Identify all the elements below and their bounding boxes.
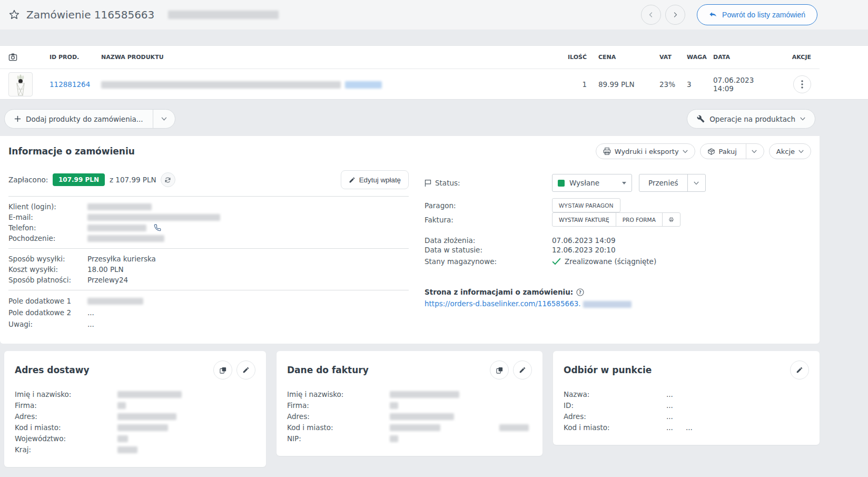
pack-dropdown-button[interactable] <box>746 144 764 159</box>
stock-label: Stany magazynowe: <box>425 257 552 266</box>
pickup-city-value-2: ... <box>686 422 693 433</box>
product-name-redacted <box>101 80 558 89</box>
redacted-delivery-address <box>117 413 176 420</box>
caret-down-icon <box>622 182 626 184</box>
topbar: Zamówienie 116585663 Powrót do listy zam… <box>0 0 868 30</box>
delivery-card-title: Adres dostawy <box>15 365 90 375</box>
actions-button[interactable]: Akcje <box>769 143 811 159</box>
payment-method-value: Przelewy24 <box>87 275 128 285</box>
product-weight: 3 <box>687 80 713 89</box>
client-login-row: Klient (login): <box>8 201 409 212</box>
order-page-link[interactable]: https://orders-d.baselinker.com/11658566… <box>425 299 811 308</box>
shipping-cost-value: 18.00 PLN <box>87 264 124 275</box>
product-id-link[interactable]: 112881264 <box>50 80 90 89</box>
paid-label: Zapłacono: <box>8 176 53 184</box>
prev-order-button[interactable] <box>641 5 661 25</box>
redacted-url-suffix <box>583 301 632 308</box>
status-value: Wysłane <box>569 179 599 187</box>
refresh-payment-button[interactable] <box>161 172 175 187</box>
redacted-delivery-province <box>117 435 128 442</box>
redacted-delivery-company <box>117 402 126 409</box>
redacted-invoice-company <box>390 402 398 409</box>
shipping-method-row: Sposób wysyłki: Przesyłka kurierska <box>8 254 409 264</box>
product-price: 89.99 PLN <box>591 80 654 89</box>
flag-icon <box>425 179 431 187</box>
order-info-section: Informacje o zamówieniu Wydruki i ekspor… <box>0 136 820 344</box>
row-actions-button[interactable] <box>793 75 811 93</box>
move-status-button[interactable]: Przenieś <box>639 179 687 187</box>
add-products-split-button: Dodaj produkty do zamówienia... <box>4 109 175 129</box>
date-in-status-value: 12.06.2023 20:10 <box>552 246 616 254</box>
chevron-down-icon <box>683 150 688 153</box>
print-invoice-button[interactable] <box>662 213 680 226</box>
product-row: 112881264 1 89.99 PLN 23% 3 07.06.2023 1… <box>0 69 820 99</box>
copy-delivery-address-button[interactable] <box>213 361 232 379</box>
edit-payment-button[interactable]: Edytuj wpłatę <box>341 170 409 189</box>
date-in-status-label: Data w statusie: <box>425 246 552 254</box>
status-color-square <box>558 180 565 187</box>
pencil-icon <box>242 366 250 374</box>
camera-icon <box>8 53 42 61</box>
issue-receipt-button[interactable]: WYSTAW PARAGON <box>552 198 620 212</box>
pencil-icon <box>796 366 803 374</box>
date-created-label: Data złożenia: <box>425 236 552 245</box>
extra-field-2-value: ... <box>87 307 94 318</box>
shipping-method-value: Przesyłka kurierska <box>87 254 156 264</box>
add-products-dropdown-button[interactable] <box>153 110 175 128</box>
add-products-button[interactable]: Dodaj produkty do zamówienia... <box>5 110 153 128</box>
redacted-invoice-address <box>390 413 454 420</box>
redacted-delivery-city <box>117 424 168 431</box>
pickup-city-value-1: ... <box>666 422 673 433</box>
issue-invoice-button[interactable]: WYSTAW FAKTURĘ <box>553 213 616 226</box>
weight-column-header: WAGA <box>687 54 713 61</box>
edit-pickup-point-button[interactable] <box>790 361 809 379</box>
actions-column-header: AKCJE <box>772 54 811 61</box>
redacted-delivery-country <box>117 446 137 453</box>
chevron-down-icon <box>798 150 804 153</box>
next-order-button[interactable] <box>665 5 685 25</box>
edit-invoice-data-button[interactable] <box>513 361 532 379</box>
pickup-point-card: Odbiór w punkcie Nazwa:... ID:... Adres:… <box>553 351 820 445</box>
status-select[interactable]: Wysłane <box>552 174 632 192</box>
notes-row: Uwagi: ... <box>8 318 409 330</box>
redacted-origin <box>87 235 164 242</box>
redacted-client-login <box>87 203 152 210</box>
package-icon <box>707 148 715 155</box>
invoice-data-card: Dane do faktury Imię i nazwisko: Firma: … <box>277 351 542 456</box>
qty-column-header: ILOŚĆ <box>558 54 591 61</box>
pack-button[interactable]: Pakuj <box>719 148 737 155</box>
product-qty: 1 <box>558 80 591 89</box>
proforma-button[interactable]: PRO FORMA <box>616 213 662 226</box>
address-cards: Adres dostawy Imię i nazwisko: Firma: Ad… <box>0 351 820 467</box>
client-phone-row: Telefon: <box>8 222 409 233</box>
client-email-row: E-mail: <box>8 212 409 222</box>
actions-bar: Dodaj produkty do zamówienia... Operacje… <box>0 109 820 129</box>
back-to-orders-button[interactable]: Powrót do listy zamówień <box>697 4 817 25</box>
favorite-star-icon[interactable] <box>8 9 20 21</box>
status-label: Status: <box>435 179 460 187</box>
invoice-button-group: WYSTAW FAKTURĘ PRO FORMA <box>552 212 680 227</box>
receipt-label: Paragon: <box>425 201 552 210</box>
printer-icon <box>603 148 611 155</box>
client-origin-row: Pochodzenie: <box>8 233 409 244</box>
product-operations-button[interactable]: Operacje na produktach <box>687 109 815 129</box>
pack-split-button: Pakuj <box>700 143 764 159</box>
kebab-menu-icon <box>801 80 803 89</box>
payment-method-row: Sposób płatności: Przelewy24 <box>8 275 409 285</box>
reply-arrow-icon <box>709 11 717 18</box>
phone-icon[interactable] <box>154 224 161 231</box>
products-table-header: ID PROD. NAZWA PRODUKTU ILOŚĆ CENA VAT W… <box>0 46 820 69</box>
move-status-dropdown-button[interactable] <box>687 174 705 191</box>
date-created-value: 07.06.2023 14:09 <box>552 236 616 245</box>
product-thumbnail[interactable] <box>8 72 33 96</box>
redacted-invoice-name <box>390 391 459 398</box>
move-status-split-button: Przenieś <box>639 174 706 192</box>
chevron-down-icon <box>800 117 805 121</box>
help-icon[interactable]: ? <box>576 288 584 296</box>
copy-invoice-data-button[interactable] <box>490 361 509 379</box>
shipping-cost-row: Koszt wysyłki: 18.00 PLN <box>8 264 409 275</box>
prints-exports-button[interactable]: Wydruki i eksporty <box>596 143 695 159</box>
edit-delivery-address-button[interactable] <box>236 361 255 379</box>
extra-field-2-row: Pole dodatkowe 2 ... <box>8 307 409 318</box>
wrench-icon <box>697 115 705 123</box>
